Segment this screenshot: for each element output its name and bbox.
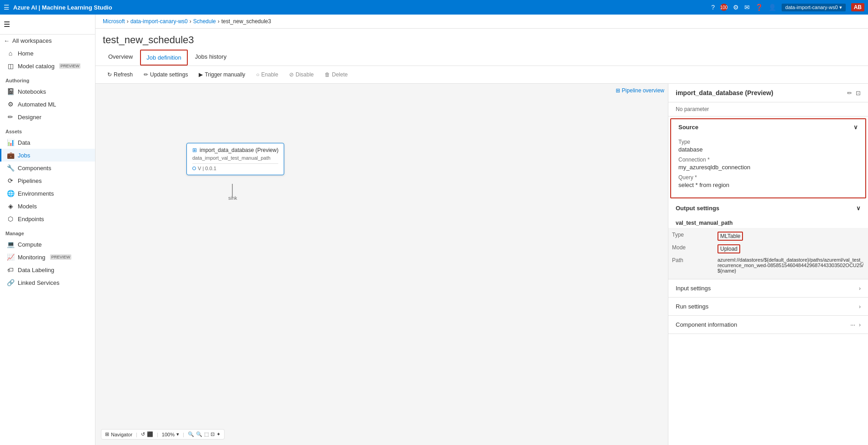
tab-overview[interactable]: Overview	[103, 50, 138, 66]
output-path-label: Path	[668, 255, 714, 275]
breadcrumb-workspace[interactable]: data-import-canary-ws0	[130, 18, 188, 25]
input-settings-label: Input settings	[676, 285, 711, 292]
sidebar-item-home[interactable]: ⌂ Home	[0, 47, 95, 60]
update-settings-button[interactable]: ✏ Update settings	[139, 70, 192, 80]
zoom-label: 100%	[162, 432, 175, 437]
sidebar-item-endpoints[interactable]: ⬡ Endpoints	[0, 212, 95, 225]
sidebar-toggle[interactable]: ☰	[2, 18, 12, 30]
run-settings-label: Run settings	[676, 303, 708, 310]
output-subsection-label: val_test_manual_path	[668, 216, 868, 228]
play-icon: ▶	[199, 71, 203, 78]
refresh-canvas-icon[interactable]: ↺	[141, 431, 145, 437]
compute-icon: 💻	[7, 241, 14, 248]
component-info-chevron: ›	[859, 322, 861, 328]
connection-field: Connection * my_azuresqldb_connection	[678, 157, 858, 171]
navigator-icon[interactable]: ⊞	[105, 431, 109, 437]
sidebar-item-automated-ml[interactable]: ⚙ Automated ML	[0, 98, 95, 111]
run-settings-section[interactable]: Run settings ›	[668, 298, 868, 316]
tab-job-definition[interactable]: Job definition	[140, 50, 188, 66]
sidebar-item-designer[interactable]: ✏ Designer	[0, 111, 95, 123]
preview-badge: PREVIEW	[59, 63, 81, 69]
topbar-right: ? 100 ⚙ ✉ ❓ 👤 data-import-canary-ws0 ▾ A…	[711, 3, 864, 11]
type-value: database	[678, 146, 858, 153]
sidebar-item-linked-services[interactable]: 🔗 Linked Services	[0, 276, 95, 289]
sidebar-item-environments[interactable]: 🌐 Environments	[0, 187, 95, 200]
sidebar-item-models[interactable]: ◈ Models	[0, 200, 95, 212]
menu-icon[interactable]: ☰	[4, 4, 10, 11]
linked-services-icon: 🔗	[7, 279, 14, 286]
zoom-in-icon[interactable]: 🔍	[196, 431, 202, 437]
connection-value: my_azuresqldb_connection	[678, 164, 858, 171]
data-icon: 📊	[7, 139, 14, 146]
pipeline-overview-button[interactable]: ⊞ Pipeline overview	[616, 87, 664, 94]
zoom-out-icon[interactable]: 🔍	[188, 431, 194, 437]
pipeline-overview-icon: ⊞	[616, 87, 620, 94]
settings-icon[interactable]: ⚙	[733, 4, 739, 11]
home-icon: ⌂	[7, 50, 14, 57]
sidebar-label-data: Data	[18, 139, 30, 146]
notification-badge[interactable]: 100	[720, 4, 728, 11]
output-section-header[interactable]: Output settings ∨	[668, 200, 868, 216]
output-mode-label: Mode	[668, 243, 714, 255]
output-section: Output settings ∨ val_test_manual_path T…	[668, 200, 868, 279]
help-icon[interactable]: ?	[711, 4, 715, 11]
enable-button[interactable]: ○ Enable	[251, 70, 283, 80]
page-header: test_new_schedule3	[95, 29, 868, 50]
sidebar-label-model-catalog: Model catalog	[18, 63, 55, 70]
source-section-header[interactable]: Source ∨	[671, 119, 865, 135]
monitoring-icon: 📈	[7, 253, 14, 261]
sidebar-item-monitoring[interactable]: 📈 Monitoring PREVIEW	[0, 251, 95, 263]
user-icon[interactable]: 👤	[768, 4, 776, 11]
breadcrumb-schedule[interactable]: Schedule	[193, 18, 216, 25]
canvas-panel: ⊞ Pipeline overview ⊞ import_data_databa…	[95, 84, 868, 445]
zoom-dropdown[interactable]: ▾	[176, 431, 179, 437]
refresh-button[interactable]: ↻ Refresh	[103, 70, 137, 80]
canvas-tool-4[interactable]: ✦	[216, 431, 221, 437]
output-row-mode: Mode Upload	[668, 243, 868, 255]
disable-button[interactable]: ⊘ Disable	[285, 70, 318, 80]
component-info-section[interactable]: Component information ··· ›	[668, 316, 868, 334]
panel-icons: ✏ ⊡	[847, 90, 861, 96]
query-label: Query *	[678, 174, 858, 181]
jobs-icon: 💼	[7, 152, 14, 159]
sidebar-item-pipelines[interactable]: ⟳ Pipelines	[0, 174, 95, 187]
tab-jobs-history[interactable]: Jobs history	[190, 50, 232, 66]
panel-close-icon[interactable]: ⊡	[856, 90, 861, 96]
source-label: Source	[678, 124, 698, 131]
sidebar-item-data-labeling[interactable]: 🏷 Data Labeling	[0, 263, 95, 276]
panel-no-param: No parameter	[668, 102, 868, 116]
canvas-node-subtitle: data_import_val_test_manual_path	[192, 155, 278, 161]
breadcrumb-microsoft[interactable]: Microsoft	[103, 18, 125, 25]
sidebar-item-data[interactable]: 📊 Data	[0, 136, 95, 149]
output-row-path: Path azureml://datastores/${default_data…	[668, 255, 868, 275]
sidebar-label-linked-services: Linked Services	[18, 279, 60, 286]
account-label[interactable]: data-import-canary-ws0 ▾	[782, 4, 846, 11]
all-workspaces-link[interactable]: ← All workspaces	[0, 35, 95, 47]
sidebar-item-notebooks[interactable]: 📓 Notebooks	[0, 85, 95, 98]
delete-button[interactable]: 🗑 Delete	[320, 70, 352, 80]
sidebar-label-home: Home	[18, 50, 34, 57]
canvas-tool-1[interactable]: ⬛	[147, 431, 153, 437]
endpoints-icon: ⬡	[7, 215, 14, 222]
panel-edit-icon[interactable]: ✏	[847, 90, 852, 96]
question-icon[interactable]: ❓	[755, 4, 763, 11]
canvas-sink-label: sink	[228, 195, 237, 201]
breadcrumb-current: test_new_schedule3	[221, 18, 271, 25]
sidebar-item-components[interactable]: 🔧 Components	[0, 162, 95, 174]
pipelines-icon: ⟳	[7, 177, 14, 184]
feedback-icon[interactable]: ✉	[744, 4, 750, 11]
canvas-area[interactable]: ⊞ Pipeline overview ⊞ import_data_databa…	[95, 84, 668, 445]
canvas-tool-2[interactable]: ⬚	[204, 431, 209, 437]
sidebar-item-model-catalog[interactable]: ◫ Model catalog PREVIEW	[0, 60, 95, 72]
sidebar-item-jobs[interactable]: 💼 Jobs	[0, 149, 95, 162]
canvas-node[interactable]: ⊞ import_data_database (Preview) data_im…	[186, 143, 284, 175]
sidebar-item-compute[interactable]: 💻 Compute	[0, 238, 95, 251]
input-settings-section[interactable]: Input settings ›	[668, 279, 868, 298]
node-icon: ⊞	[192, 147, 197, 153]
canvas-tool-3[interactable]: ⊡	[211, 431, 215, 437]
trigger-manually-button[interactable]: ▶ Trigger manually	[194, 70, 250, 80]
panel-header: import_data_database (Preview) ✏ ⊡	[668, 84, 868, 102]
section-manage: Manage	[0, 225, 95, 238]
source-section-content: Type database Connection * my_azuresqldb…	[671, 135, 865, 197]
navigator-label: Navigator	[111, 432, 132, 437]
